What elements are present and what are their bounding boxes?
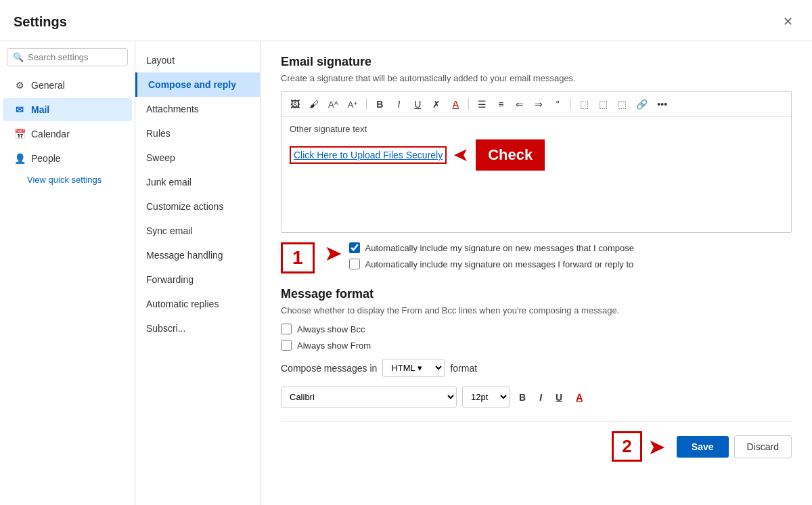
auto-include-new-checkbox[interactable]	[349, 242, 360, 253]
annotation-2-box: 2	[612, 431, 641, 462]
toolbar-quote-btn[interactable]: "	[549, 96, 566, 112]
format-select[interactable]: HTML ▾ Plain text	[382, 359, 445, 377]
people-icon: 👤	[14, 152, 26, 164]
always-show-from-checkbox[interactable]	[281, 340, 292, 351]
always-show-from-row: Always show From	[281, 340, 792, 351]
auto-include-new-row: Automatically include my signature on ne…	[349, 242, 634, 253]
left-arrow-icon: ➤	[453, 146, 469, 164]
view-quick-settings-link[interactable]: View quick settings	[0, 171, 135, 189]
toolbar-highlight-btn[interactable]: 🖌	[306, 96, 322, 112]
signature-toolbar: 🖼 🖌 Aᴬ A⁺ B I U ✗ A ☰ ≡ ⇐ ⇒ "	[281, 92, 791, 117]
format-suffix: format	[450, 363, 477, 374]
sig-link[interactable]: Click Here to Upload Files Securely	[294, 150, 443, 160]
dialog-body: 🔍 ⚙ General ✉ Mail 📅 Calendar 👤 People V…	[0, 41, 812, 505]
save-button[interactable]: Save	[677, 436, 729, 458]
always-show-bcc-row: Always show Bcc	[281, 324, 792, 334]
toolbar-image-btn[interactable]: 🖼	[287, 96, 303, 112]
toolbar-bold-btn[interactable]: B	[371, 96, 388, 112]
calendar-icon: 📅	[14, 128, 26, 140]
toolbar-outdent-btn[interactable]: ⇐	[512, 96, 528, 112]
toolbar-underline-btn[interactable]: U	[409, 96, 426, 112]
toolbar-link-btn[interactable]: 🔗	[633, 96, 651, 112]
always-show-from-label: Always show From	[297, 341, 371, 351]
sidebar-item-general[interactable]: ⚙ General	[3, 74, 132, 97]
sidebar-item-mail[interactable]: ✉ Mail	[3, 98, 132, 121]
sidebar-item-label-general: General	[31, 80, 65, 91]
close-button[interactable]: ✕	[777, 11, 798, 32]
signature-editor: 🖼 🖌 Aᴬ A⁺ B I U ✗ A ☰ ≡ ⇐ ⇒ "	[281, 91, 792, 233]
arrow-right-1-icon: ➤	[324, 242, 342, 264]
check-annotation-text: Check	[488, 146, 533, 163]
middle-item-junk-email[interactable]: Junk email	[135, 170, 260, 194]
search-box[interactable]: 🔍	[7, 48, 128, 66]
annotation-1-box: 1	[281, 242, 315, 273]
check-annotation-box: Check	[476, 139, 545, 171]
auto-include-forward-checkbox[interactable]	[349, 259, 360, 269]
toolbar-clear-btn[interactable]: ✗	[428, 96, 445, 112]
font-color-btn[interactable]: A	[572, 389, 587, 405]
middle-item-compose-reply[interactable]: Compose and reply	[135, 72, 260, 97]
discard-button[interactable]: Discard	[734, 435, 792, 458]
settings-dialog: Settings ✕ 🔍 ⚙ General ✉ Mail 📅 Calendar	[0, 0, 812, 505]
middle-panel: Layout Compose and reply Attachments Rul…	[135, 41, 261, 505]
middle-item-layout[interactable]: Layout	[135, 48, 260, 72]
main-content: Email signature Create a signature that …	[261, 41, 812, 505]
toolbar-bullets-btn[interactable]: ☰	[474, 96, 490, 112]
middle-item-message-handling[interactable]: Message handling	[135, 243, 260, 267]
font-italic-btn[interactable]: I	[535, 389, 546, 405]
toolbar-more-btn[interactable]: •••	[654, 96, 671, 112]
toolbar-sep1	[366, 98, 367, 110]
footer-row: 2 ➤ Save Discard	[281, 421, 792, 462]
sidebar-item-label-people: People	[31, 153, 61, 164]
arrow-right-2-icon: ➤	[648, 436, 666, 458]
toolbar-align-left-btn[interactable]: ⬚	[576, 96, 592, 112]
toolbar-font-color-btn[interactable]: A	[447, 96, 464, 112]
dialog-title: Settings	[14, 14, 67, 30]
sidebar: 🔍 ⚙ General ✉ Mail 📅 Calendar 👤 People V…	[0, 41, 135, 505]
compose-label: Compose messages in	[281, 363, 377, 374]
annotation-2-text: 2	[622, 436, 631, 456]
toolbar-superscript-btn[interactable]: A⁺	[344, 96, 362, 112]
message-format-title: Message format	[281, 287, 792, 301]
toolbar-sep2	[468, 98, 469, 110]
middle-item-automatic-replies[interactable]: Automatic replies	[135, 292, 260, 316]
font-bold-btn[interactable]: B	[515, 389, 530, 405]
always-show-bcc-checkbox[interactable]	[281, 324, 292, 334]
toolbar-align-right-btn[interactable]: ⬚	[614, 96, 630, 112]
font-select[interactable]: Calibri Arial	[281, 387, 457, 408]
search-input[interactable]	[28, 52, 122, 62]
toolbar-align-center-btn[interactable]: ⬚	[595, 96, 611, 112]
auto-include-forward-row: Automatically include my signature on me…	[349, 259, 634, 269]
middle-item-forwarding[interactable]: Forwarding	[135, 267, 260, 292]
auto-include-forward-label: Automatically include my signature on me…	[365, 259, 634, 269]
sidebar-item-calendar[interactable]: 📅 Calendar	[3, 123, 132, 146]
editor-body[interactable]: Other signature text Click Here to Uploa…	[281, 117, 791, 232]
middle-item-attachments[interactable]: Attachments	[135, 97, 260, 121]
sidebar-item-label-calendar: Calendar	[31, 129, 70, 139]
size-select[interactable]: 12pt 14pt	[462, 387, 510, 408]
font-row: Calibri Arial 12pt 14pt B I U A	[281, 387, 792, 408]
toolbar-numbered-btn[interactable]: ≡	[493, 96, 509, 112]
sidebar-item-label-mail: Mail	[31, 104, 49, 115]
toolbar-sep3	[570, 98, 571, 110]
message-format-section: Message format Choose whether to display…	[281, 287, 792, 408]
dialog-header: Settings ✕	[0, 0, 812, 41]
email-signature-desc: Create a signature that will be automati…	[281, 73, 792, 83]
other-sig-text: Other signature text	[290, 124, 783, 134]
sidebar-item-people[interactable]: 👤 People	[3, 147, 132, 170]
auto-include-new-label: Automatically include my signature on ne…	[365, 243, 634, 253]
sig-link-box: Click Here to Upload Files Securely	[290, 146, 447, 164]
middle-item-sweep[interactable]: Sweep	[135, 146, 260, 170]
toolbar-font-size-btn[interactable]: Aᴬ	[325, 96, 342, 112]
font-underline-btn[interactable]: U	[551, 389, 566, 405]
always-show-bcc-label: Always show Bcc	[297, 324, 365, 334]
toolbar-indent-btn[interactable]: ⇒	[531, 96, 547, 112]
middle-item-sync-email[interactable]: Sync email	[135, 219, 260, 243]
middle-item-customize-actions[interactable]: Customize actions	[135, 194, 260, 219]
middle-item-rules[interactable]: Rules	[135, 121, 260, 146]
mail-icon: ✉	[14, 104, 26, 116]
middle-item-subscriptions[interactable]: Subscri...	[135, 316, 260, 341]
annotation-1-text: 1	[292, 247, 303, 268]
toolbar-italic-btn[interactable]: I	[390, 96, 407, 112]
message-format-desc: Choose whether to display the From and B…	[281, 305, 792, 315]
